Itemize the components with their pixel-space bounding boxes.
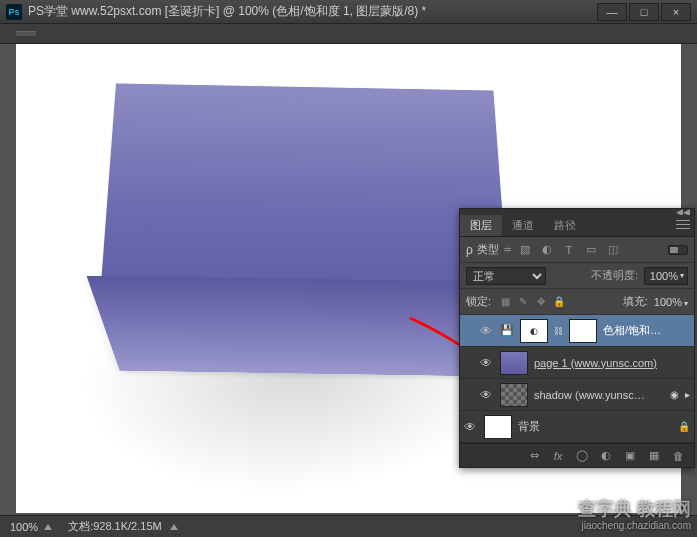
- expand-icon[interactable]: ▸: [685, 389, 690, 400]
- lock-label: 锁定:: [466, 294, 491, 309]
- layer-thumb: [500, 383, 528, 407]
- document-tabbar: [0, 24, 697, 44]
- filter-kind-label[interactable]: 类型: [477, 242, 499, 257]
- opacity-value[interactable]: 100%▾: [644, 267, 688, 285]
- maximize-button[interactable]: □: [629, 3, 659, 21]
- new-group-icon[interactable]: ▣: [622, 448, 638, 464]
- visibility-icon[interactable]: 👁: [464, 420, 478, 434]
- filter-toggle[interactable]: [668, 245, 688, 255]
- panel-footer: ⇔ fx ◯ ◐ ▣ ▦ 🗑: [460, 443, 694, 467]
- fx-icon[interactable]: fx: [550, 448, 566, 464]
- fill-label: 填充:: [623, 294, 648, 309]
- delete-icon[interactable]: 🗑: [670, 448, 686, 464]
- zoom-level[interactable]: 100%: [10, 521, 38, 533]
- filter-smart-icon[interactable]: ◫: [604, 242, 622, 258]
- lock-icon: 🔒: [678, 421, 690, 432]
- layer-row-huesat[interactable]: 👁 💾 ◐ ⛓ 色相/饱和…: [460, 315, 694, 347]
- layer-row-background[interactable]: 👁 背景 🔒: [460, 411, 694, 443]
- tab-layers[interactable]: 图层: [460, 215, 502, 236]
- layer-thumb: [484, 415, 512, 439]
- layer-row-page1[interactable]: 👁 page 1 (www.yunsc.com): [460, 347, 694, 379]
- layer-list: 👁 💾 ◐ ⛓ 色相/饱和… 👁 page 1 (www.yunsc.com) …: [460, 315, 694, 443]
- visibility-icon[interactable]: 👁: [480, 324, 494, 338]
- file-info: 文档:928.1K/2.15M: [68, 519, 162, 534]
- layer-name[interactable]: shadow (www.yunsc…: [534, 389, 664, 401]
- layer-name[interactable]: 色相/饱和…: [603, 323, 690, 338]
- titlebar: Ps PS学堂 www.52psxt.com [圣诞折卡] @ 100% (色相…: [0, 0, 697, 24]
- layer-mask-thumb[interactable]: [569, 319, 597, 343]
- link-icon: ⛓: [554, 326, 563, 336]
- zoom-menu-icon[interactable]: [44, 524, 52, 530]
- filter-adjust-icon[interactable]: ◐: [538, 242, 556, 258]
- filter-pixel-icon[interactable]: ▧: [516, 242, 534, 258]
- visibility-icon[interactable]: 👁: [480, 356, 494, 370]
- save-indicator-icon: 💾: [500, 324, 514, 337]
- link-layers-icon[interactable]: ⇔: [526, 448, 542, 464]
- lock-pixels-icon[interactable]: ✎: [515, 294, 531, 310]
- document-tab[interactable]: [16, 31, 36, 36]
- tab-channels[interactable]: 通道: [502, 215, 544, 236]
- filter-shape-icon[interactable]: ▭: [582, 242, 600, 258]
- layer-thumb: [500, 351, 528, 375]
- adjustment-thumb: ◐: [520, 319, 548, 343]
- new-layer-icon[interactable]: ▦: [646, 448, 662, 464]
- app-icon: Ps: [6, 4, 22, 20]
- visibility-icon[interactable]: 👁: [480, 388, 494, 402]
- new-adjustment-icon[interactable]: ◐: [598, 448, 614, 464]
- filter-type-t-icon[interactable]: T: [560, 242, 578, 258]
- card-back-render: [100, 83, 510, 308]
- lock-row: 锁定: ▦ ✎ ✥ 🔒 填充: 100%▾: [460, 289, 694, 315]
- filter-row: ρ 类型 ≑ ▧ ◐ T ▭ ◫: [460, 237, 694, 263]
- layers-panel: ◀◀ 图层 通道 路径 ρ 类型 ≑ ▧ ◐ T ▭ ◫ 正常 不透明度: 10…: [459, 208, 695, 468]
- statusbar: 100% 文档:928.1K/2.15M: [0, 515, 697, 537]
- panel-menu-icon[interactable]: [676, 218, 690, 230]
- lock-position-icon[interactable]: ✥: [533, 294, 549, 310]
- close-button[interactable]: ×: [661, 3, 691, 21]
- opacity-label: 不透明度:: [591, 268, 638, 283]
- info-menu-icon[interactable]: [170, 524, 178, 530]
- lock-transparent-icon[interactable]: ▦: [497, 294, 513, 310]
- minimize-button[interactable]: —: [597, 3, 627, 21]
- layer-name[interactable]: page 1 (www.yunsc.com): [534, 357, 690, 369]
- layer-row-shadow[interactable]: 👁 shadow (www.yunsc… ◉ ▸: [460, 379, 694, 411]
- lock-all-icon[interactable]: 🔒: [551, 294, 567, 310]
- panel-tabs: 图层 通道 路径: [460, 215, 694, 237]
- filter-type-icon[interactable]: ρ: [466, 243, 473, 257]
- window-title: PS学堂 www.52psxt.com [圣诞折卡] @ 100% (色相/饱和…: [28, 3, 595, 20]
- blend-mode-select[interactable]: 正常: [466, 267, 546, 285]
- tab-paths[interactable]: 路径: [544, 215, 586, 236]
- fill-value[interactable]: 100%▾: [654, 296, 688, 308]
- layer-name[interactable]: 背景: [518, 419, 672, 434]
- add-mask-icon[interactable]: ◯: [574, 448, 590, 464]
- filter-disclosure-icon[interactable]: ◉: [670, 389, 679, 400]
- blend-row: 正常 不透明度: 100%▾: [460, 263, 694, 289]
